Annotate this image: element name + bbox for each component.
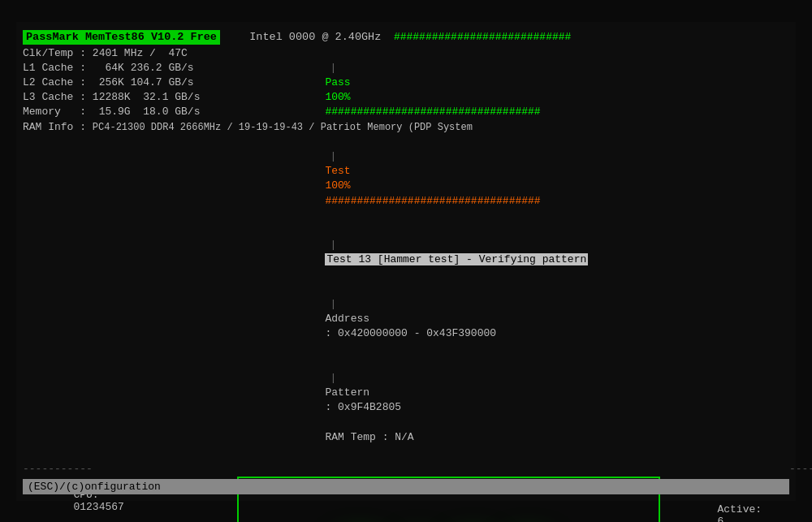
ram-info-row: RAM Info : PC4-21300 DDR4 2666MHz / 19-1… bbox=[23, 120, 274, 135]
clk-row: Clk/Temp : 2401 MHz / 47C bbox=[23, 46, 274, 61]
pattern-value: : 0x9F4B2805 bbox=[325, 401, 401, 413]
header-row: PassMark MemTest86 V10.2 Free Intel 0000… bbox=[23, 30, 789, 45]
address-value: : 0x420000000 - 0x43F390000 bbox=[325, 327, 496, 339]
pattern-row: | Pattern : 0x9F4B2805 RAM Temp : N/A bbox=[274, 356, 789, 459]
pattern-label: Pattern bbox=[325, 386, 369, 399]
info-section: Clk/Temp : 2401 MHz / 47C L1 Cache : 64K… bbox=[23, 46, 789, 459]
cpu-value: 01234567 bbox=[73, 501, 123, 513]
active-value: 6 bbox=[717, 516, 723, 522]
ram-temp: RAM Temp : N/A bbox=[325, 431, 413, 443]
test-row: | Test 100% ############################… bbox=[274, 135, 789, 223]
header-hashes: ############################ bbox=[381, 30, 571, 45]
pass-pct: 100% bbox=[325, 91, 350, 103]
mem-row: Memory : 15.9G 18.0 GB/s bbox=[23, 105, 274, 119]
status-text: (ESC)/(c)onfiguration bbox=[28, 481, 161, 493]
test13-row: | Test 13 [Hammer test] - Verifying patt… bbox=[274, 223, 789, 283]
address-row: | Address : 0x420000000 - 0x43F390000 bbox=[274, 283, 789, 356]
app-title: PassMark MemTest86 V10.2 Free bbox=[23, 30, 220, 45]
cpu-info: Intel 0000 @ 2.40GHz bbox=[230, 30, 381, 45]
active-row: Active: 6 bbox=[667, 491, 789, 522]
test-pct: 100% bbox=[325, 179, 350, 192]
test13-label: Test 13 [Hammer test] - Verifying patter… bbox=[325, 253, 588, 265]
test-info-right: | Pass 100% ############################… bbox=[274, 46, 789, 459]
status-bar: (ESC)/(c)onfiguration bbox=[23, 479, 789, 494]
stats-left: Clk/Temp : 2401 MHz / 47C L1 Cache : 64K… bbox=[23, 46, 274, 459]
pass-row: | Pass 100% ############################… bbox=[274, 46, 789, 135]
main-divider: ----------- ----------- bbox=[23, 463, 789, 475]
l2-row: L2 Cache : 256K 104.7 GB/s bbox=[23, 75, 274, 90]
pass-hashes: ################################## bbox=[325, 106, 540, 118]
screen: PassMark MemTest86 V10.2 Free Intel 0000… bbox=[16, 22, 796, 501]
pass-label: Pass bbox=[325, 76, 350, 88]
address-label: Address bbox=[325, 313, 369, 325]
l3-row: L3 Cache : 12288K 32.1 GB/s bbox=[23, 90, 274, 105]
test-hashes: ################################## bbox=[325, 195, 540, 207]
active-label: Active: bbox=[717, 503, 762, 516]
test-label: Test bbox=[325, 165, 350, 177]
l1-row: L1 Cache : 64K 236.2 GB/s bbox=[23, 61, 274, 75]
